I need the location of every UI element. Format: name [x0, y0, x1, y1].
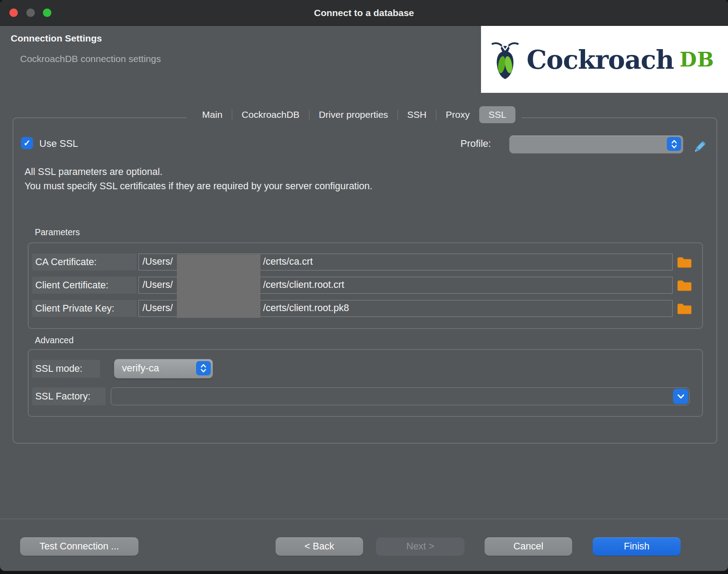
- window-title: Connect to a database: [0, 0, 728, 25]
- ssl-factory-combo[interactable]: [111, 387, 690, 405]
- advanced-group-label: Advanced: [35, 335, 74, 345]
- profile-label: Profile:: [460, 138, 491, 150]
- path-prefix: /Users/: [142, 303, 173, 314]
- ca-certificate-label: CA Certificate:: [35, 254, 136, 270]
- path-suffix: /certs/client.root.crt: [263, 279, 344, 291]
- path-prefix: /Users/: [142, 256, 173, 267]
- up-down-stepper-icon: [667, 137, 681, 151]
- footer-divider: [0, 519, 728, 519]
- tab-cockroachdb[interactable]: CockroachDB: [232, 106, 309, 123]
- client-private-key-folder-icon[interactable]: [677, 302, 692, 315]
- ssl-info-line2: You must specify SSL certificates if the…: [25, 179, 372, 193]
- ssl-info-line1: All SSL parameters are optional.: [25, 165, 372, 179]
- logo-wordmark: Cockroach: [527, 45, 674, 75]
- page-title: Connection Settings: [11, 33, 102, 44]
- path-prefix: /Users/: [142, 279, 173, 291]
- tab-ssh[interactable]: SSH: [398, 106, 436, 123]
- use-ssl-checkbox[interactable]: ✓: [21, 137, 33, 149]
- path-suffix: /certs/client.root.pk8: [263, 303, 349, 314]
- client-certificate-folder-icon[interactable]: [677, 279, 692, 292]
- profile-dropdown[interactable]: [509, 135, 683, 154]
- up-down-stepper-icon: [196, 361, 211, 375]
- cockroach-bug-icon: [491, 38, 519, 80]
- parameters-group-label: Parameters: [35, 227, 80, 237]
- tab-ssl[interactable]: SSL: [479, 106, 516, 123]
- chevron-down-icon[interactable]: [673, 389, 688, 404]
- connection-tabs: Main CockroachDB Driver properties SSH P…: [0, 104, 718, 125]
- cockroachdb-logo: Cockroach DB: [481, 26, 728, 93]
- tab-driver-properties[interactable]: Driver properties: [310, 106, 397, 123]
- client-private-key-label: Client Private Key:: [35, 300, 136, 317]
- ssl-mode-value: verify-ca: [122, 362, 159, 374]
- logo-db-suffix: DB: [680, 48, 714, 71]
- finish-button[interactable]: Finish: [593, 537, 681, 556]
- test-connection-button[interactable]: Test Connection ...: [20, 537, 138, 556]
- next-button: Next >: [376, 537, 464, 556]
- ca-certificate-folder-icon[interactable]: [677, 256, 692, 269]
- client-certificate-label: Client Certificate:: [35, 277, 136, 294]
- ssl-factory-label: SSL Factory:: [35, 387, 90, 405]
- tab-main[interactable]: Main: [193, 106, 232, 123]
- connect-dialog-window: Connect to a database Connection Setting…: [0, 0, 728, 571]
- path-suffix: /certs/ca.crt: [263, 256, 313, 267]
- back-button[interactable]: < Back: [276, 537, 363, 556]
- title-bar: Connect to a database: [0, 0, 728, 26]
- ssl-info-text: All SSL parameters are optional. You mus…: [25, 165, 372, 193]
- use-ssl-label: Use SSL: [39, 138, 78, 150]
- ssl-mode-dropdown[interactable]: verify-ca: [114, 359, 213, 379]
- redacted-username-overlay: [177, 254, 260, 318]
- ssl-mode-label: SSL mode:: [35, 360, 83, 378]
- edit-profile-pencil-icon[interactable]: [692, 140, 707, 155]
- page-subtitle: CockroachDB connection settings: [20, 54, 161, 64]
- tab-proxy[interactable]: Proxy: [436, 106, 479, 123]
- cancel-button[interactable]: Cancel: [485, 537, 572, 556]
